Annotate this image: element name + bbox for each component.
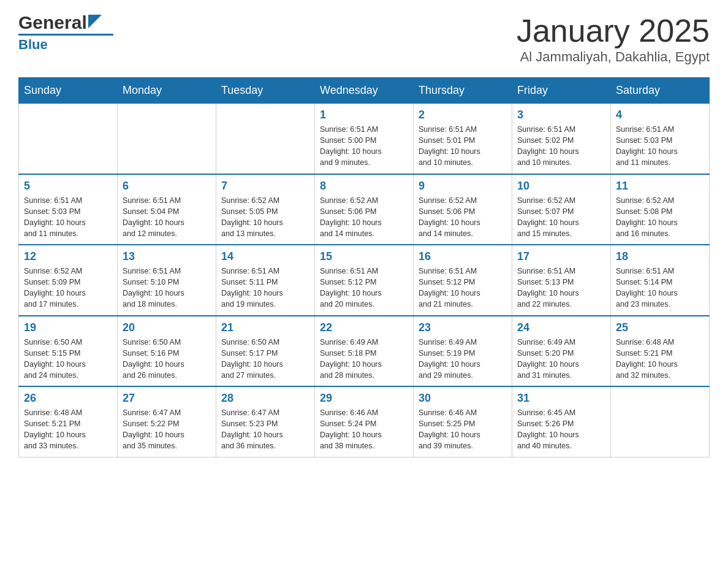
calendar-cell: 31Sunrise: 6:45 AM Sunset: 5:26 PM Dayli… [512,386,611,457]
calendar-week-row-4: 19Sunrise: 6:50 AM Sunset: 5:15 PM Dayli… [19,316,710,387]
calendar-cell: 12Sunrise: 6:52 AM Sunset: 5:09 PM Dayli… [19,245,118,316]
calendar-cell: 10Sunrise: 6:52 AM Sunset: 5:07 PM Dayli… [512,174,611,245]
day-info: Sunrise: 6:52 AM Sunset: 5:07 PM Dayligh… [517,195,605,240]
day-info: Sunrise: 6:52 AM Sunset: 5:09 PM Dayligh… [24,266,112,310]
logo-area: General Blue [18,12,113,53]
day-number: 5 [24,180,112,193]
day-info: Sunrise: 6:46 AM Sunset: 5:25 PM Dayligh… [419,407,507,452]
day-number: 4 [616,109,704,121]
calendar-cell: 5Sunrise: 6:51 AM Sunset: 5:03 PM Daylig… [19,174,118,245]
calendar-cell: 18Sunrise: 6:51 AM Sunset: 5:14 PM Dayli… [611,245,710,316]
day-info: Sunrise: 6:51 AM Sunset: 5:01 PM Dayligh… [419,124,507,169]
weekday-header-thursday: Thursday [414,78,512,104]
day-number: 17 [517,250,605,263]
calendar-cell: 4Sunrise: 6:51 AM Sunset: 5:03 PM Daylig… [611,104,710,174]
day-number: 19 [24,321,112,334]
calendar-cell [611,386,710,457]
day-info: Sunrise: 6:51 AM Sunset: 5:02 PM Dayligh… [517,124,605,169]
calendar-cell: 29Sunrise: 6:46 AM Sunset: 5:24 PM Dayli… [315,386,414,457]
day-number: 11 [616,180,704,193]
day-number: 14 [221,250,309,263]
calendar-cell: 15Sunrise: 6:51 AM Sunset: 5:12 PM Dayli… [315,245,414,316]
day-number: 24 [517,321,605,334]
day-info: Sunrise: 6:51 AM Sunset: 5:03 PM Dayligh… [616,124,704,169]
day-number: 8 [320,180,408,193]
day-number: 25 [616,321,704,334]
day-info: Sunrise: 6:51 AM Sunset: 5:11 PM Dayligh… [221,266,309,310]
calendar-cell [19,104,118,174]
calendar-cell: 19Sunrise: 6:50 AM Sunset: 5:15 PM Dayli… [19,316,118,387]
day-number: 30 [419,392,507,405]
day-number: 16 [419,250,507,263]
calendar-subtitle: Al Jammaliyah, Dakahlia, Egypt [517,49,710,65]
day-info: Sunrise: 6:51 AM Sunset: 5:12 PM Dayligh… [320,266,408,310]
weekday-header-wednesday: Wednesday [315,78,414,104]
calendar-cell: 27Sunrise: 6:47 AM Sunset: 5:22 PM Dayli… [118,386,216,457]
day-number: 21 [221,321,309,334]
calendar-cell [216,104,315,174]
header: General Blue January 2025 Al Jammaliyah,… [18,12,710,65]
weekday-header-sunday: Sunday [19,78,118,104]
day-info: Sunrise: 6:51 AM Sunset: 5:03 PM Dayligh… [24,195,112,240]
day-number: 15 [320,250,408,263]
day-info: Sunrise: 6:47 AM Sunset: 5:22 PM Dayligh… [123,407,211,452]
calendar-cell: 1Sunrise: 6:51 AM Sunset: 5:00 PM Daylig… [315,104,414,174]
svg-marker-0 [88,15,102,28]
weekday-header-saturday: Saturday [611,78,710,104]
calendar-week-row-5: 26Sunrise: 6:48 AM Sunset: 5:21 PM Dayli… [19,386,710,457]
calendar-cell: 25Sunrise: 6:48 AM Sunset: 5:21 PM Dayli… [611,316,710,387]
day-number: 27 [123,392,211,405]
day-info: Sunrise: 6:48 AM Sunset: 5:21 PM Dayligh… [24,407,112,452]
calendar-cell: 13Sunrise: 6:51 AM Sunset: 5:10 PM Dayli… [118,245,216,316]
calendar-week-row-1: 1Sunrise: 6:51 AM Sunset: 5:00 PM Daylig… [19,104,710,174]
day-number: 12 [24,250,112,263]
calendar-cell: 6Sunrise: 6:51 AM Sunset: 5:04 PM Daylig… [118,174,216,245]
day-number: 13 [123,250,211,263]
calendar-cell: 17Sunrise: 6:51 AM Sunset: 5:13 PM Dayli… [512,245,611,316]
day-info: Sunrise: 6:51 AM Sunset: 5:10 PM Dayligh… [123,266,211,310]
day-info: Sunrise: 6:49 AM Sunset: 5:20 PM Dayligh… [517,337,605,381]
calendar-cell: 20Sunrise: 6:50 AM Sunset: 5:16 PM Dayli… [118,316,216,387]
day-info: Sunrise: 6:52 AM Sunset: 5:08 PM Dayligh… [616,195,704,240]
day-info: Sunrise: 6:51 AM Sunset: 5:13 PM Dayligh… [517,266,605,310]
calendar-week-row-3: 12Sunrise: 6:52 AM Sunset: 5:09 PM Dayli… [19,245,710,316]
logo-triangle-icon [88,15,102,28]
day-number: 6 [123,180,211,193]
day-info: Sunrise: 6:48 AM Sunset: 5:21 PM Dayligh… [616,337,704,381]
day-info: Sunrise: 6:49 AM Sunset: 5:18 PM Dayligh… [320,337,408,381]
day-number: 9 [419,180,507,193]
weekday-header-row: SundayMondayTuesdayWednesdayThursdayFrid… [19,78,710,104]
calendar-cell: 9Sunrise: 6:52 AM Sunset: 5:06 PM Daylig… [414,174,512,245]
day-number: 7 [221,180,309,193]
calendar-cell: 7Sunrise: 6:52 AM Sunset: 5:05 PM Daylig… [216,174,315,245]
day-number: 1 [320,109,408,121]
day-number: 31 [517,392,605,405]
day-number: 23 [419,321,507,334]
day-info: Sunrise: 6:51 AM Sunset: 5:00 PM Dayligh… [320,124,408,169]
calendar-cell: 11Sunrise: 6:52 AM Sunset: 5:08 PM Dayli… [611,174,710,245]
day-info: Sunrise: 6:50 AM Sunset: 5:15 PM Dayligh… [24,337,112,381]
day-info: Sunrise: 6:52 AM Sunset: 5:05 PM Dayligh… [221,195,309,240]
logo-blue: Blue [18,37,48,53]
calendar-cell: 16Sunrise: 6:51 AM Sunset: 5:12 PM Dayli… [414,245,512,316]
calendar-cell: 8Sunrise: 6:52 AM Sunset: 5:06 PM Daylig… [315,174,414,245]
day-info: Sunrise: 6:52 AM Sunset: 5:06 PM Dayligh… [419,195,507,240]
calendar-cell: 30Sunrise: 6:46 AM Sunset: 5:25 PM Dayli… [414,386,512,457]
weekday-header-monday: Monday [118,78,216,104]
day-number: 10 [517,180,605,193]
day-number: 20 [123,321,211,334]
day-info: Sunrise: 6:51 AM Sunset: 5:14 PM Dayligh… [616,266,704,310]
day-info: Sunrise: 6:51 AM Sunset: 5:12 PM Dayligh… [419,266,507,310]
day-info: Sunrise: 6:50 AM Sunset: 5:17 PM Dayligh… [221,337,309,381]
day-info: Sunrise: 6:52 AM Sunset: 5:06 PM Dayligh… [320,195,408,240]
day-number: 29 [320,392,408,405]
calendar-cell: 22Sunrise: 6:49 AM Sunset: 5:18 PM Dayli… [315,316,414,387]
logo-divider [18,34,113,36]
day-info: Sunrise: 6:45 AM Sunset: 5:26 PM Dayligh… [517,407,605,452]
day-info: Sunrise: 6:46 AM Sunset: 5:24 PM Dayligh… [320,407,408,452]
calendar-cell: 28Sunrise: 6:47 AM Sunset: 5:23 PM Dayli… [216,386,315,457]
logo-general: General [18,12,87,33]
day-number: 26 [24,392,112,405]
weekday-header-friday: Friday [512,78,611,104]
day-number: 18 [616,250,704,263]
